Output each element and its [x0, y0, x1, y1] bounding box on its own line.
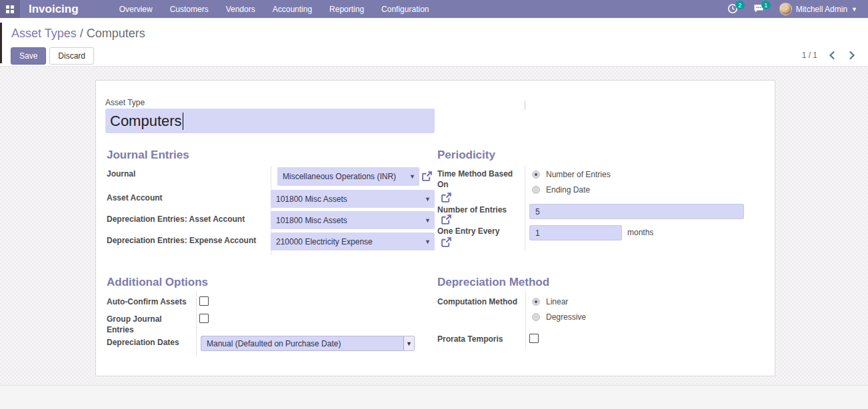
asset-account-dropdown[interactable]: 101800 Misc Assets▼	[271, 190, 435, 208]
dep-expense-account-label: Depreciation Entries: Expense Account	[107, 235, 256, 246]
menu-accounting[interactable]: Accounting	[264, 0, 321, 18]
group-journal-label: Group Journal Entries	[107, 314, 188, 335]
asset-type-value: Computers	[110, 113, 182, 130]
dropdown-caret-icon: ▼	[421, 238, 431, 245]
breadcrumb-current: Computers	[87, 27, 145, 40]
menu-vendors[interactable]: Vendors	[217, 0, 264, 18]
time-method-label: Time Method Based On	[437, 169, 519, 190]
periodicity-separator	[525, 166, 525, 251]
prorata-temporis-label: Prorata Temporis	[437, 334, 503, 344]
prorata-temporis-checkbox[interactable]	[529, 334, 539, 343]
number-of-entries-input[interactable]: 5	[529, 204, 744, 219]
one-entry-every-value: 1	[535, 228, 540, 238]
depreciation-dates-select[interactable]: Manual (Defaulted on Purchase Date) ▼	[201, 336, 415, 351]
depreciation-dates-label: Depreciation Dates	[107, 337, 179, 348]
dropdown-caret-icon: ▼	[421, 217, 431, 224]
pager-next-icon[interactable]	[847, 50, 857, 61]
asset-account-label: Asset Account	[107, 193, 163, 203]
radio-linear[interactable]: Linear	[532, 297, 568, 306]
number-of-entries-value: 5	[535, 207, 540, 216]
top-navbar: Invoicing Overview Customers Vendors Acc…	[0, 0, 868, 18]
footer-strip	[0, 385, 868, 409]
menu-reporting[interactable]: Reporting	[321, 0, 373, 18]
journal-label: Journal	[107, 169, 135, 179]
dropdown-caret-icon: ▼	[421, 196, 431, 203]
radio-ending-date[interactable]: Ending Date	[532, 185, 590, 195]
activity-badge: 2	[735, 1, 745, 9]
app-title: Invoicing	[29, 3, 79, 16]
form-sheet: Asset Type Computers Journal Entries Jou…	[95, 80, 775, 376]
radio-degressive-label: Degressive	[546, 312, 586, 322]
apps-menu-button[interactable]	[0, 0, 20, 18]
radio-selected-icon	[532, 171, 540, 179]
control-panel-buttons: Save Discard	[11, 47, 94, 65]
dep-asset-account-value: 101800 Misc Assets	[276, 216, 347, 225]
additional-options-separator	[196, 291, 197, 356]
breadcrumb-asset-types[interactable]: Asset Types	[11, 27, 77, 40]
one-entry-every-label: One Entry Every	[437, 226, 499, 236]
pager: 1 / 1	[802, 50, 857, 61]
periodicity-heading: Periodicity	[437, 149, 495, 162]
radio-selected-icon	[532, 298, 540, 306]
depreciation-dates-value: Manual (Defaulted on Purchase Date)	[201, 336, 403, 350]
number-of-entries-label: Number of Entries	[437, 204, 507, 215]
computation-method-label: Computation Method	[437, 296, 517, 307]
select-caret-icon: ▼	[403, 336, 414, 350]
messages-icon[interactable]: 1	[753, 3, 765, 15]
one-entry-every-external-link-icon[interactable]	[441, 237, 451, 247]
journal-entries-heading: Journal Entries	[107, 149, 189, 162]
user-menu[interactable]: Mitchell Admin ▼	[779, 3, 857, 15]
chevron-down-icon: ▼	[851, 6, 857, 13]
radio-unselected-icon	[532, 186, 540, 194]
activity-clock-icon[interactable]: 2	[727, 3, 739, 15]
additional-options-heading: Additional Options	[107, 276, 208, 289]
dep-asset-account-label: Depreciation Entries: Asset Account	[107, 214, 245, 224]
journal-external-link-icon[interactable]	[422, 171, 432, 181]
dropdown-caret-icon: ▼	[405, 173, 415, 180]
pager-previous-icon[interactable]	[827, 50, 837, 61]
one-entry-every-input[interactable]: 1	[529, 225, 622, 240]
journal-dropdown[interactable]: Miscellaneous Operations (INR)▼	[277, 167, 419, 186]
pager-count: 1 / 1	[802, 51, 817, 60]
menu-overview[interactable]: Overview	[111, 0, 161, 18]
control-panel: Asset Types / Computers Save Discard 1 /…	[0, 18, 868, 67]
title-divider	[525, 101, 525, 110]
menu-customers[interactable]: Customers	[161, 0, 217, 18]
page-background: Asset Type Computers Journal Entries Jou…	[0, 67, 868, 409]
messages-badge: 1	[761, 1, 771, 9]
asset-account-value: 101800 Misc Assets	[276, 195, 347, 204]
radio-degressive[interactable]: Degressive	[532, 312, 586, 322]
dep-expense-account-dropdown[interactable]: 210000 Electricity Expense▼	[271, 232, 435, 250]
breadcrumb: Asset Types / Computers	[11, 27, 145, 41]
auto-confirm-checkbox[interactable]	[199, 296, 209, 306]
asset-type-input[interactable]: Computers	[105, 109, 435, 133]
dep-expense-account-value: 210000 Electricity Expense	[276, 237, 373, 246]
navbar-right: 2 1 Mitchell Admin ▼	[727, 3, 868, 15]
main-menu: Overview Customers Vendors Accounting Re…	[111, 0, 438, 18]
depreciation-method-separator	[525, 291, 526, 348]
number-of-entries-external-link-icon[interactable]	[441, 214, 451, 224]
text-cursor	[183, 113, 183, 130]
dep-asset-account-dropdown[interactable]: 101800 Misc Assets▼	[271, 211, 435, 229]
radio-number-of-entries-label: Number of Entries	[546, 170, 611, 179]
radio-linear-label: Linear	[546, 297, 568, 306]
radio-ending-date-label: Ending Date	[546, 185, 590, 195]
depreciation-method-heading: Depreciation Method	[437, 276, 549, 289]
group-journal-checkbox[interactable]	[199, 314, 209, 323]
asset-type-label: Asset Type	[105, 98, 145, 107]
radio-unselected-icon	[532, 313, 540, 321]
menu-configuration[interactable]: Configuration	[373, 0, 437, 18]
time-method-external-link-icon[interactable]	[441, 193, 451, 203]
save-button[interactable]: Save	[11, 47, 46, 65]
journal-value: Miscellaneous Operations (INR)	[283, 172, 396, 181]
apps-grid-icon	[6, 5, 14, 13]
one-entry-every-unit: months	[627, 228, 653, 237]
left-edge-strip	[0, 23, 2, 63]
discard-button[interactable]: Discard	[49, 47, 94, 65]
breadcrumb-separator: /	[77, 27, 87, 40]
radio-number-of-entries[interactable]: Number of Entries	[532, 170, 611, 179]
user-avatar	[779, 3, 792, 15]
user-name: Mitchell Admin	[796, 5, 847, 14]
auto-confirm-label: Auto-Confirm Assets	[107, 296, 187, 307]
